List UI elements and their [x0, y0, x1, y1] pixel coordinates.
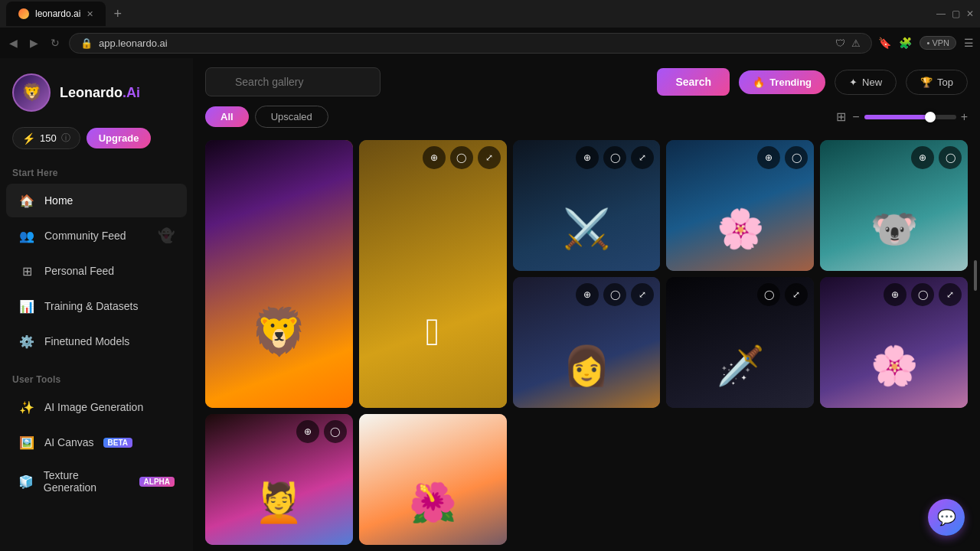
upgrade-button[interactable]: Upgrade	[87, 128, 152, 148]
gallery-item-2[interactable]: 𓂀 ⊕ ◯ ⤢	[359, 140, 507, 408]
overlay-similar-btn-9[interactable]: ◯	[324, 420, 347, 443]
overlay-similar-btn-5[interactable]: ◯	[939, 146, 962, 169]
menu-icon[interactable]: ☰	[964, 37, 974, 49]
home-icon: 🏠	[18, 192, 35, 209]
gallery-item-8[interactable]: 🌸 ⊕ ◯ ⤢	[820, 277, 968, 408]
overlay-similar-btn-7[interactable]: ◯	[757, 283, 780, 306]
gallery-item-4-overlay: ⊕ ◯	[757, 146, 808, 169]
sidebar-header: 🦁 Leonardo.Ai	[0, 58, 193, 127]
all-filter-button[interactable]: All	[205, 106, 249, 127]
sidebar-texture-label: Texture Generation	[44, 469, 130, 494]
gallery-item-1[interactable]: 🦁	[205, 140, 353, 408]
gallery-item-5[interactable]: 🐨 ⊕ ◯	[820, 140, 968, 271]
reload-btn[interactable]: ↻	[47, 34, 63, 52]
sidebar-community-label: Community Feed	[44, 230, 126, 242]
lock-icon: 🔒	[80, 37, 93, 49]
trending-button[interactable]: 🔥 Trending	[739, 70, 825, 94]
token-info-icon[interactable]: ⓘ	[61, 132, 70, 145]
gallery-item-6-overlay: ⊕ ◯ ⤢	[576, 283, 654, 306]
bookmark-icon[interactable]: 🔖	[878, 37, 891, 49]
forward-btn[interactable]: ▶	[27, 34, 41, 52]
sidebar-item-home[interactable]: 🏠 Home	[6, 184, 187, 217]
sidebar-ai-canvas-label: AI Canvas	[44, 436, 94, 448]
zoom-minus-btn[interactable]: −	[852, 110, 859, 124]
user-tools-label: User Tools	[0, 368, 193, 390]
vpn-badge: • VPN	[920, 36, 956, 50]
overlay-remix-btn-8[interactable]: ⊕	[884, 283, 906, 306]
zoom-slider[interactable]	[864, 115, 956, 119]
zoom-thumb[interactable]	[925, 112, 936, 122]
personal-feed-icon: ⊞	[18, 262, 35, 279]
gallery-item-10[interactable]: 🌺	[359, 414, 507, 545]
close-icon[interactable]: ✕	[966, 8, 974, 19]
back-btn[interactable]: ◀	[6, 34, 21, 52]
texture-gen-icon: 🧊	[18, 473, 34, 490]
finetuned-icon: ⚙️	[18, 333, 35, 350]
main-content: 🔍 Search 🔥 Trending ✦ New 🏆 Top All Upsc…	[193, 58, 980, 551]
shield-icon: 🛡	[835, 37, 845, 49]
overlay-remix-btn-4[interactable]: ⊕	[757, 146, 780, 169]
overlay-expand-btn-7[interactable]: ⤢	[785, 283, 808, 306]
upscaled-filter-button[interactable]: Upscaled	[255, 106, 328, 128]
zoom-plus-btn[interactable]: +	[961, 110, 968, 124]
browser-toolbar-icons: 🔖 🧩 • VPN ☰	[878, 36, 974, 50]
extensions-icon[interactable]: 🧩	[899, 37, 912, 49]
maximize-icon[interactable]: ▢	[952, 8, 960, 19]
sidebar-item-ai-image[interactable]: ✨ AI Image Generation	[6, 390, 187, 424]
address-bar-row: ◀ ▶ ↻ 🔒 app.leonardo.ai 🛡 ⚠ 🔖 🧩 • VPN ☰	[0, 28, 980, 58]
sidebar-item-personal-feed[interactable]: ⊞ Personal Feed	[6, 254, 187, 288]
sidebar-item-texture-gen[interactable]: 🧊 Texture Generation ALPHA	[6, 461, 187, 502]
tab-bar: leonardo.ai ✕ + — ▢ ✕	[0, 0, 980, 28]
new-tab-btn[interactable]: +	[109, 6, 126, 22]
sidebar-item-community-feed[interactable]: 👥 Community Feed 👻	[6, 219, 187, 253]
overlay-remix-btn-2[interactable]: ⊕	[423, 146, 446, 169]
tab-close-btn[interactable]: ✕	[87, 9, 93, 19]
overlay-similar-btn-2[interactable]: ◯	[450, 146, 473, 169]
gallery-item-5-overlay: ⊕ ◯	[911, 146, 962, 169]
gallery-grid: 🦁 𓂀 ⊕ ◯ ⤢	[193, 134, 980, 551]
overlay-similar-btn-6[interactable]: ◯	[603, 283, 626, 306]
avatar[interactable]: 🦁	[12, 73, 51, 112]
search-input-wrap: 🔍	[205, 67, 648, 96]
overlay-expand-btn-8[interactable]: ⤢	[939, 283, 962, 306]
overlay-remix-btn-3[interactable]: ⊕	[576, 146, 599, 169]
active-tab[interactable]: leonardo.ai ✕	[6, 2, 106, 26]
overlay-similar-btn-3[interactable]: ◯	[603, 146, 626, 169]
sidebar-item-finetuned[interactable]: ⚙️ Finetuned Models	[6, 324, 187, 358]
overlay-remix-btn-9[interactable]: ⊕	[296, 420, 319, 443]
gallery-item-3[interactable]: ⚔️ ⊕ ◯ ⤢	[513, 140, 661, 271]
overlay-remix-btn-5[interactable]: ⊕	[911, 146, 934, 169]
grid-layout-icon[interactable]: ⊞	[836, 109, 846, 124]
sidebar-finetuned-label: Finetuned Models	[44, 335, 129, 347]
overlay-expand-btn-6[interactable]: ⤢	[631, 283, 654, 306]
gallery-item-6[interactable]: 👩 ⊕ ◯ ⤢	[513, 277, 661, 408]
minimize-icon[interactable]: —	[936, 8, 946, 19]
search-input[interactable]	[205, 67, 381, 96]
tab-title: leonardo.ai	[35, 8, 80, 19]
overlay-similar-btn-4[interactable]: ◯	[785, 146, 808, 169]
gallery-item-8-overlay: ⊕ ◯ ⤢	[884, 283, 962, 306]
gallery-item-9[interactable]: 💆 ⊕ ◯	[205, 414, 353, 545]
sidebar-item-ai-canvas[interactable]: 🖼️ AI Canvas BETA	[6, 425, 187, 459]
overlay-remix-btn-6[interactable]: ⊕	[576, 283, 599, 306]
gallery-item-7[interactable]: 🗡️ ◯ ⤢	[666, 277, 814, 408]
new-button[interactable]: ✦ New	[835, 70, 897, 95]
top-button[interactable]: 🏆 Top	[906, 70, 968, 95]
overlay-similar-btn-8[interactable]: ◯	[911, 283, 934, 306]
gallery-item-9-overlay: ⊕ ◯	[296, 420, 347, 443]
overlay-expand-btn-3[interactable]: ⤢	[631, 146, 654, 169]
address-bar[interactable]: 🔒 app.leonardo.ai 🛡 ⚠	[69, 33, 872, 54]
trending-icon: 🔥	[753, 77, 765, 88]
window-controls: — ▢ ✕	[936, 8, 974, 19]
gallery-item-4[interactable]: 🌸 ⊕ ◯	[666, 140, 814, 271]
app-body: 🦁 Leonardo.Ai ⚡ 150 ⓘ Upgrade Start Here…	[0, 58, 980, 551]
sidebar-personal-label: Personal Feed	[44, 265, 114, 277]
browser-chrome: leonardo.ai ✕ + — ▢ ✕ ◀ ▶ ↻ 🔒 app.leonar…	[0, 0, 980, 58]
zoom-controls: − +	[852, 110, 968, 124]
overlay-expand-btn-2[interactable]: ⤢	[478, 146, 501, 169]
chat-widget[interactable]: 💬	[928, 499, 965, 536]
token-count: ⚡ 150 ⓘ	[12, 127, 80, 149]
search-bar-area: 🔍 Search 🔥 Trending ✦ New 🏆 Top	[193, 58, 980, 106]
sidebar-item-training[interactable]: 📊 Training & Datasets	[6, 289, 187, 323]
search-button[interactable]: Search	[657, 68, 730, 96]
